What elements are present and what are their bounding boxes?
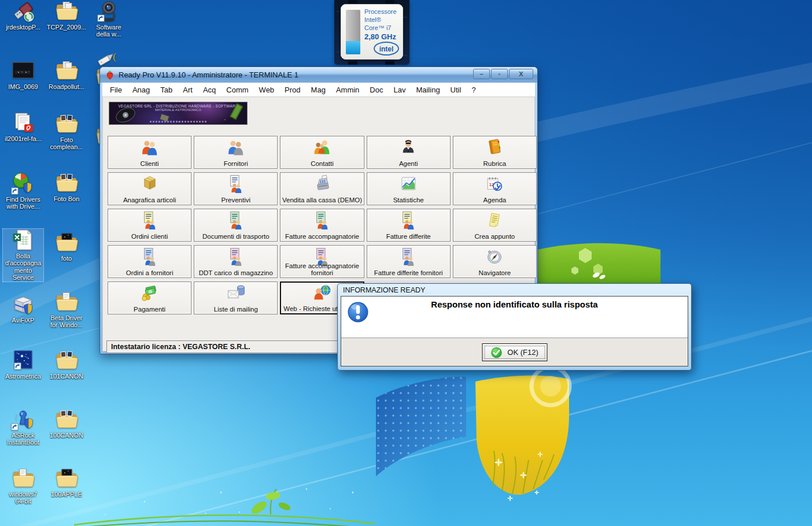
app-button-ddt-carico-di-magazzino[interactable]: DDT carico di magazzino (194, 245, 278, 278)
desktop-icon-label: Beta Driver for Windo... (50, 314, 83, 329)
desktop-icon-foto[interactable]: foto (46, 231, 87, 262)
desktop-icon-foto-bon[interactable]: Foto Bon (46, 172, 87, 202)
desktop-icon-img-0069[interactable]: IMG_0069 (3, 60, 43, 90)
menu-item-acq[interactable]: Acq (198, 84, 221, 96)
app-button-clienti[interactable]: Clienti (108, 136, 191, 169)
desktop-icon-label: 100CANON (50, 432, 83, 439)
menu-item-ammin[interactable]: Ammin (331, 84, 364, 96)
menu-item-doc[interactable]: Doc (364, 84, 388, 96)
desktop-icon-tcpz-2009[interactable]: TCPZ_2009... (46, 0, 87, 31)
menu-item-anag[interactable]: Anag (127, 84, 155, 96)
app-button-vendita-alla-cassa-demo[interactable]: Vendita alla cassa (DEMO) (280, 172, 364, 205)
app-button-fatture-accompagnatorie[interactable]: Fatture accompagnatorie (280, 209, 364, 242)
desktop-icon-label: IMG_0069 (8, 83, 38, 90)
ok-button-label: OK (F12) (507, 348, 538, 357)
asrock-icon (10, 408, 36, 431)
note-icon (484, 210, 505, 230)
cpu-gadget[interactable]: Processore Intel® Core™ i7 2,80 GHz inte… (334, 0, 409, 65)
doc-people-white-icon (225, 174, 246, 194)
menu-item-util[interactable]: Util (445, 84, 467, 96)
menu-item-mag[interactable]: Mag (306, 84, 331, 96)
desktop-icon-101canon[interactable]: 101CANON (46, 349, 87, 380)
app-button-preventivi[interactable]: Preventivi (194, 172, 278, 205)
excel-doc-icon (10, 229, 36, 252)
dialog-body: Response non identificato sulla risposta (341, 296, 688, 366)
desktop-icon-avifixp[interactable]: AviFiXP (3, 293, 43, 324)
desktop-icon-100apple[interactable]: 100APPLE (46, 467, 87, 498)
app-button-fatture-accompagnatorie-fornitori[interactable]: Fatture accompagnatorie fornitori (280, 245, 364, 278)
app-button-label: Preventivi (195, 197, 276, 203)
app-button-fatture-differite-fornitori[interactable]: Fatture differite fornitori (367, 245, 451, 278)
web-user-icon (311, 284, 333, 303)
payments-icon (139, 283, 160, 303)
desktop-icon-beta-driver-for-windo[interactable]: Beta Driver for Windo... (46, 291, 87, 329)
folder-docs-icon (53, 60, 80, 83)
green-check-icon (490, 347, 502, 358)
app-button-anagrafica-articoli[interactable]: Anagrafica articoli (108, 172, 191, 205)
usb-drive-icon (10, 0, 36, 23)
folder-photos-icon (53, 113, 80, 136)
menu-item-art[interactable]: Art (178, 84, 198, 96)
menu-item-file[interactable]: File (105, 84, 127, 96)
minimize-button[interactable]: – (473, 69, 490, 79)
app-button-label: Rubrica (455, 160, 535, 167)
menu-item-help[interactable]: ? (466, 84, 481, 96)
app-button-rubrica[interactable]: Rubrica (453, 136, 537, 169)
desktop-icon-astrometrica[interactable]: Astrometrica (3, 349, 43, 380)
app-button-navigatore[interactable]: Navigatore (453, 245, 537, 278)
calendar-clock-icon: 12 (484, 174, 505, 194)
gadget-line-2: Intel® (364, 16, 397, 24)
app-button-pagamenti[interactable]: Pagamenti (108, 281, 191, 314)
menu-item-tab[interactable]: Tab (155, 84, 178, 96)
menu-item-prod[interactable]: Prod (279, 84, 305, 96)
cpu-usage-meter (346, 10, 360, 54)
desktop-icon-label: il2001rel-fa... (5, 135, 42, 142)
dialog-message: Response non identificato sulla risposta (341, 299, 688, 309)
app-button-contatti[interactable]: Contatti (280, 136, 364, 169)
app-button-agenti[interactable]: Agenti (367, 136, 451, 169)
dialog-titlebar[interactable]: INFORMAZIONE READY (338, 284, 691, 296)
desktop-icon-foto-complean[interactable]: Foto complean... (46, 113, 87, 151)
desktop-icon-il2001rel-fa[interactable]: il2001rel-fa... (3, 112, 43, 142)
desktop-icon-roadpollut[interactable]: Roadpollut... (46, 60, 87, 90)
desktop-icon-software-della-w[interactable]: Software della w... (88, 0, 129, 38)
desktop-icon-100canon[interactable]: 100CANON (46, 408, 87, 439)
app-button-documenti-di-trasporto[interactable]: Documenti di trasporto (194, 209, 278, 242)
menu-bar: FileAnagTabArtAcqCommWebProdMagAmminDocL… (102, 83, 535, 97)
menu-item-mailing[interactable]: Mailing (411, 84, 445, 96)
statistics-chart-icon (398, 174, 419, 194)
app-button-crea-appunto[interactable]: Crea appunto (453, 209, 537, 242)
app-button-label: Anagrafica articoli (109, 197, 190, 203)
desktop-icon-windows7-64-bit[interactable]: windows7 64-bit (3, 467, 43, 505)
app-button-label: Fatture differite (368, 233, 449, 240)
desktop-icon-asrock-instantboot[interactable]: ASRock InstantBoot (3, 408, 43, 446)
close-button[interactable]: X (509, 69, 533, 79)
desktop-icon-jrdesktopp[interactable]: jrdesktopP... (3, 0, 43, 31)
folder-docs-icon (53, 0, 80, 23)
ok-button[interactable]: OK (F12) (482, 343, 547, 361)
folder-doc-icon (10, 467, 36, 490)
app-button-label: Agenda (455, 197, 535, 203)
info-exclamation-icon (346, 301, 370, 324)
app-button-label: Ordini clienti (109, 233, 190, 240)
app-button-label: Fornitori (195, 160, 276, 167)
app-button-agenda[interactable]: 12Agenda (453, 172, 537, 205)
app-button-fatture-differite[interactable]: Fatture differite (367, 209, 451, 242)
app-button-statistiche[interactable]: Statistiche (367, 172, 451, 205)
doc-people-yellow-icon (398, 210, 419, 230)
menu-item-web[interactable]: Web (254, 84, 280, 96)
desktop-icon-bolla-d-accopagna-mento-service[interactable]: Bolla d'accopagna mento Service (3, 229, 43, 281)
app-button-label: Documenti di trasporto (195, 233, 276, 240)
window-titlebar[interactable]: Ready Pro V11.9.10 - Amministratore - TE… (100, 67, 537, 83)
menu-item-lav[interactable]: Lav (388, 84, 411, 96)
app-button-ordini-a-fornitori[interactable]: Ordini a fornitori (108, 245, 191, 278)
maximize-button[interactable]: ▫ (491, 69, 508, 79)
app-button-ordini-clienti[interactable]: Ordini clienti (108, 209, 191, 242)
package-box-icon (139, 174, 160, 194)
menu-item-comm[interactable]: Comm (221, 84, 253, 96)
app-button-liste-di-mailing[interactable]: Liste di mailing (194, 281, 278, 314)
desktop-icon-find-drivers-with-drive[interactable]: Find Drivers with Drive... (3, 172, 43, 210)
people-trio-icon (311, 138, 333, 157)
folder-photos-icon (53, 408, 80, 431)
app-button-fornitori[interactable]: Fornitori (194, 136, 278, 169)
